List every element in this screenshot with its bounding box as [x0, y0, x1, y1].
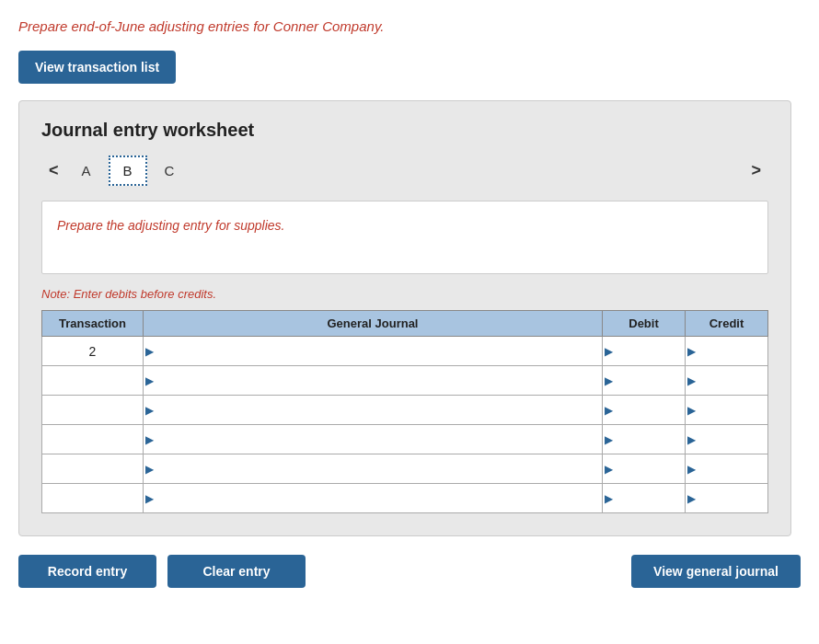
row-arrow-journal-3: ▶ [145, 433, 154, 446]
journal-input-4[interactable] [144, 454, 602, 483]
row-arrow-credit-3: ▶ [687, 433, 696, 446]
credit-input-1[interactable] [686, 366, 767, 395]
debit-input-2[interactable] [603, 396, 685, 424]
row-arrow-debit-2: ▶ [605, 404, 613, 417]
credit-input-0[interactable] [686, 337, 767, 365]
journal-table: Transaction General Journal Debit Credit… [41, 310, 768, 513]
bottom-buttons: Record entry Clear entry View general jo… [18, 555, 801, 588]
tab-a[interactable]: A [68, 156, 105, 185]
table-row-credit-1[interactable]: ▶ [686, 366, 768, 396]
tab-b[interactable]: B [109, 155, 147, 186]
table-row-journal-3[interactable]: ▶ [144, 425, 603, 454]
table-row-debit-5[interactable]: ▶ [603, 484, 686, 513]
credit-input-4[interactable] [686, 454, 767, 483]
table-row-transaction-2 [42, 396, 144, 425]
credit-input-5[interactable] [686, 484, 767, 512]
header-general-journal: General Journal [144, 311, 603, 337]
table-row-journal-2[interactable]: ▶ [144, 396, 603, 425]
clear-entry-button[interactable]: Clear entry [167, 555, 306, 588]
page-title: Prepare end-of-June adjusting entries fo… [18, 18, 801, 34]
table-row-credit-3[interactable]: ▶ [686, 425, 768, 454]
table-row-transaction-5 [42, 484, 144, 513]
tab-c[interactable]: C [151, 156, 189, 185]
debit-input-3[interactable] [603, 425, 685, 454]
debit-input-4[interactable] [603, 454, 685, 483]
row-arrow-journal-2: ▶ [145, 404, 154, 417]
row-arrow-credit-5: ▶ [687, 492, 696, 505]
table-row-credit-4[interactable]: ▶ [686, 454, 768, 484]
table-row-transaction-0: 2 [42, 337, 144, 366]
debit-input-5[interactable] [603, 484, 685, 512]
journal-input-3[interactable] [144, 425, 602, 454]
row-arrow-credit-0: ▶ [687, 345, 696, 358]
credit-input-3[interactable] [686, 425, 767, 454]
worksheet-title: Journal entry worksheet [41, 120, 768, 141]
journal-input-1[interactable] [144, 366, 602, 395]
debit-input-1[interactable] [603, 366, 685, 395]
row-arrow-debit-0: ▶ [605, 345, 613, 358]
table-row-debit-2[interactable]: ▶ [603, 396, 686, 425]
row-arrow-debit-3: ▶ [605, 433, 613, 446]
instruction-box: Prepare the adjusting entry for supplies… [41, 201, 768, 274]
table-row-debit-3[interactable]: ▶ [603, 425, 686, 454]
journal-input-5[interactable] [144, 484, 602, 512]
row-arrow-journal-5: ▶ [145, 492, 154, 505]
row-arrow-debit-4: ▶ [605, 463, 613, 476]
row-arrow-journal-1: ▶ [145, 374, 154, 387]
tabs-row: < A B C > [41, 155, 768, 186]
row-arrow-credit-1: ▶ [687, 374, 696, 387]
view-general-journal-button[interactable]: View general journal [631, 555, 801, 588]
table-row-credit-5[interactable]: ▶ [686, 484, 768, 513]
debit-input-0[interactable] [603, 337, 685, 365]
row-arrow-credit-2: ▶ [687, 404, 696, 417]
row-arrow-journal-4: ▶ [145, 463, 154, 476]
table-row-debit-1[interactable]: ▶ [603, 366, 686, 396]
credit-input-2[interactable] [686, 396, 767, 424]
table-row-transaction-4 [42, 454, 144, 484]
row-arrow-journal-0: ▶ [145, 345, 154, 358]
header-credit: Credit [686, 311, 768, 337]
view-transaction-button[interactable]: View transaction list [18, 51, 176, 84]
table-row-journal-5[interactable]: ▶ [144, 484, 603, 513]
journal-input-2[interactable] [144, 396, 602, 424]
note-text: Note: Enter debits before credits. [41, 287, 768, 301]
instruction-text: Prepare the adjusting entry for supplies… [57, 218, 753, 233]
tab-prev-button[interactable]: < [41, 157, 66, 184]
header-debit: Debit [603, 311, 686, 337]
header-transaction: Transaction [42, 311, 144, 337]
table-row-transaction-3 [42, 425, 144, 454]
table-row-debit-0[interactable]: ▶ [603, 337, 686, 366]
table-row-journal-4[interactable]: ▶ [144, 454, 603, 484]
table-row-journal-1[interactable]: ▶ [144, 366, 603, 396]
tab-next-button[interactable]: > [744, 157, 768, 184]
row-arrow-credit-4: ▶ [687, 463, 696, 476]
table-row-credit-2[interactable]: ▶ [686, 396, 768, 425]
row-arrow-debit-5: ▶ [605, 492, 613, 505]
journal-input-0[interactable] [144, 337, 602, 365]
row-arrow-debit-1: ▶ [605, 374, 613, 387]
table-row-transaction-1 [42, 366, 144, 396]
record-entry-button[interactable]: Record entry [18, 555, 156, 588]
worksheet-container: Journal entry worksheet < A B C > Prepar… [18, 100, 791, 536]
table-row-debit-4[interactable]: ▶ [603, 454, 686, 484]
table-row-journal-0[interactable]: ▶ [144, 337, 603, 366]
table-row-credit-0[interactable]: ▶ [686, 337, 768, 366]
